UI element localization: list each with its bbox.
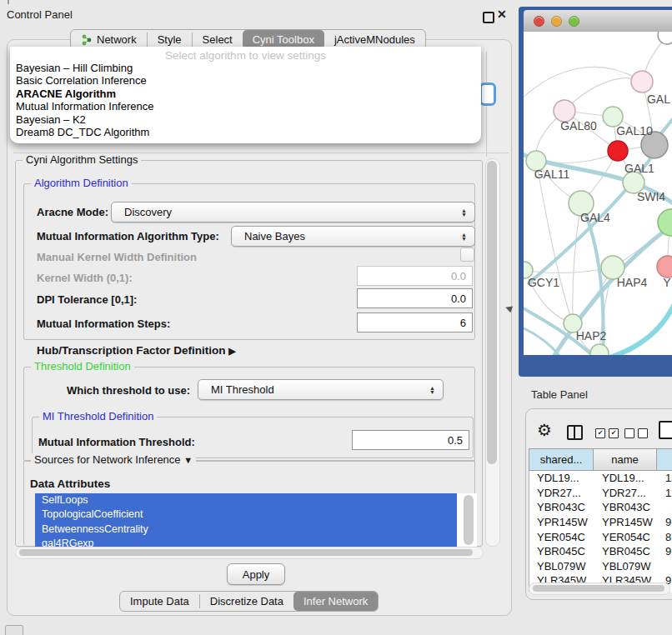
tab-impute-data[interactable]: Impute Data (120, 592, 199, 611)
corner-tick (8, 0, 9, 4)
mi-steps-label: Mutual Information Steps: (37, 318, 170, 330)
table-cell: 12 (658, 487, 672, 499)
table-row[interactable]: YPR145WYPR145W9. (529, 515, 672, 530)
dpi-tolerance-label: DPI Tolerance [0,1]: (37, 293, 137, 306)
manual-kernel-label: Manual Kernel Width Definition (37, 251, 197, 263)
algorithm-option[interactable]: Basic Correlation Inference (10, 74, 481, 87)
table-hscroll-thumb[interactable] (533, 585, 664, 592)
which-threshold-combo[interactable]: MI Threshold ▲▼ (198, 379, 444, 400)
table-cell: 9. (658, 516, 672, 528)
node-label: GAL10 (616, 124, 653, 138)
mi-threshold-label: Mutual Information Threshold: (38, 436, 195, 448)
settings-hscroll-thumb[interactable] (19, 549, 473, 556)
tab-discretize-data[interactable]: Discretize Data (200, 592, 293, 611)
algorithm-option[interactable]: Dream8 DC_TDC Algorithm (10, 126, 481, 138)
aracne-mode-combo[interactable]: Discovery ▲▼ (111, 202, 475, 222)
kernel-width-field[interactable]: 0.0 (357, 266, 473, 286)
node-label: GCY1 (528, 276, 559, 289)
column-header-shared-name[interactable]: shared... (529, 448, 594, 471)
table-header: shared... name A (529, 448, 672, 471)
settings-vscrollbar[interactable] (485, 158, 500, 547)
algorithm-definition-title: Algorithm Definition (31, 177, 132, 189)
combo-stepper-icon: ▲▼ (429, 386, 435, 394)
algorithm-option[interactable]: Mutual Information Inference (10, 100, 481, 112)
network-node[interactable] (658, 32, 672, 44)
network-window-titlebar[interactable] (524, 10, 672, 32)
manual-kernel-checkbox[interactable] (460, 248, 474, 262)
dpi-tolerance-field[interactable]: 0.0 (357, 288, 473, 308)
table-hscrollbar[interactable] (529, 582, 670, 595)
table-cell: YBR043C (594, 501, 658, 513)
minimize-button[interactable] (551, 16, 562, 27)
apply-button[interactable]: Apply (227, 563, 285, 585)
node-label: Y (663, 276, 671, 289)
table-row[interactable]: YBR045CYBR045C9. (529, 544, 672, 559)
algorithm-popup: Select algorithm to view settings Bayesi… (10, 47, 481, 143)
tab-label: Network (97, 33, 137, 46)
float-panel-icon[interactable] (483, 12, 494, 23)
network-node[interactable] (631, 71, 653, 92)
network-node[interactable] (608, 141, 628, 161)
settings-vscroll-thumb[interactable] (487, 161, 497, 464)
table-cell: YBR045C (594, 545, 658, 558)
aracne-mode-label: Aracne Mode: (37, 206, 108, 218)
attribute-item[interactable]: SelfLoops (35, 493, 457, 508)
mi-threshold-field[interactable]: 0.5 (352, 430, 469, 450)
column-header-name[interactable]: name (594, 448, 657, 471)
unchecked-pair-icon[interactable] (624, 428, 648, 438)
node-label: GAL (647, 92, 670, 106)
network-canvas[interactable]: GALGAL80GAL10GAL1GAL11SWI4GAL4GCY1HAP4YH… (524, 32, 672, 355)
attributes-vscroll-thumb[interactable] (464, 495, 474, 545)
tab-infer-network[interactable]: Infer Network (293, 592, 378, 611)
mi-type-combo[interactable]: Naive Bayes ▲▼ (231, 226, 475, 247)
network-labels: GALGAL80GAL10GAL1GAL11SWI4GAL4GCY1HAP4YH… (528, 92, 671, 342)
table-row[interactable]: YBL079WYBL079W (529, 559, 672, 574)
split-columns-icon[interactable] (567, 425, 583, 440)
zoom-button[interactable] (569, 16, 579, 27)
table-cell: YER054C (529, 531, 594, 543)
table-cell: YDR27... (529, 487, 594, 499)
table-cell: 9. (658, 545, 672, 558)
minimized-panel-icon[interactable] (5, 625, 23, 635)
data-attributes-list: SelfLoopsTopologicalCoefficientBetweenne… (35, 493, 477, 548)
node-label: SWI4 (637, 190, 665, 203)
table-row[interactable]: YDR27...YDR27...12 (529, 486, 672, 501)
network-graph: GALGAL80GAL10GAL1GAL11SWI4GAL4GCY1HAP4YH… (524, 32, 672, 355)
gear-icon[interactable]: ⚙ (537, 422, 552, 438)
table-cell: YBL079W (529, 560, 594, 572)
network-edge-highlight (607, 300, 672, 355)
close-panel-icon[interactable]: ✕ (497, 8, 507, 21)
algorithm-option[interactable]: ARACNE Algorithm (10, 88, 481, 100)
table-cell: 8. (658, 531, 672, 543)
threshold-definition-title: Threshold Definition (31, 360, 134, 372)
table-doc-icon[interactable] (659, 421, 672, 439)
attribute-item[interactable]: TopologicalCoefficient (35, 508, 457, 522)
sources-group-title[interactable]: Sources for Network Inference ▼ (31, 453, 196, 466)
attribute-item[interactable]: BetweennessCentrality (35, 522, 457, 537)
app-screen: Control Panel ✕ Network Style Select Cyn… (0, 0, 672, 635)
checked-pair-icon[interactable]: ✔✔ (595, 428, 619, 438)
network-node[interactable] (657, 256, 672, 278)
table-cell: YER054C (594, 531, 658, 543)
settings-hscrollbar[interactable] (15, 547, 484, 559)
node-table: shared... name A YDL19...YDL19...13YDR27… (529, 448, 672, 592)
table-row[interactable]: YER054CYER054C8. (529, 529, 672, 544)
column-header-partial[interactable]: A (657, 448, 672, 471)
table-row[interactable]: YDL19...YDL19...13 (529, 471, 672, 486)
table-cell: YPR145W (594, 516, 658, 528)
table-row[interactable]: YBR043CYBR043C (529, 500, 672, 515)
algorithm-placeholder: Select algorithm to view settings (10, 47, 481, 62)
close-button[interactable] (534, 16, 544, 27)
algorithm-option[interactable]: Bayesian – K2 (10, 113, 481, 126)
mi-steps-field[interactable]: 6 (357, 312, 473, 332)
hub-definition-expander[interactable]: Hub/Transcription Factor Definition ▶ (37, 344, 236, 357)
algorithm-option[interactable]: Bayesian – Hill Climbing (10, 62, 481, 74)
table-body: YDL19...YDL19...13YDR27...YDR27...12YBR0… (529, 471, 672, 592)
mi-threshold-group-title: MI Threshold Definition (39, 410, 157, 422)
table-cell: YBR043C (529, 501, 594, 513)
network-node[interactable] (590, 344, 609, 355)
data-attributes-label: Data Attributes (30, 478, 110, 490)
table-cell: 13 (658, 472, 672, 484)
expander-down-icon: ▼ (183, 455, 193, 465)
cyni-bottom-tabs: Impute Data Discretize Data Infer Networ… (119, 591, 379, 612)
